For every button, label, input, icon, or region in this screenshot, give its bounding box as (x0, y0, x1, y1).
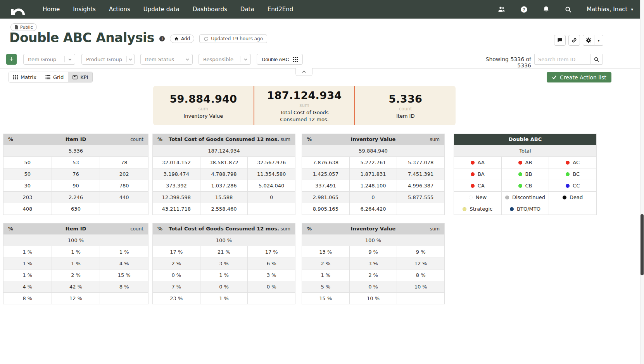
table-cell[interactable]: 6 % (247, 258, 295, 269)
table-cell[interactable]: 32.567.976 (247, 157, 295, 168)
table-cell[interactable]: 13 % (302, 246, 349, 258)
table-cell[interactable]: 2 % (302, 258, 349, 269)
table-cell[interactable]: 1.425.057 (302, 168, 349, 180)
info-icon[interactable]: i (159, 36, 165, 41)
collapse-panel-button[interactable] (295, 68, 313, 76)
table-cell[interactable]: 5.377.078 (397, 157, 444, 168)
table-cell[interactable]: 1.871.831 (349, 168, 397, 180)
legend-cell[interactable]: AA (454, 157, 501, 168)
table-cell[interactable]: 337.491 (302, 180, 349, 191)
nav-item-data[interactable]: Data (240, 6, 254, 13)
table-cell[interactable]: 9 % (397, 246, 444, 258)
table-cell[interactable]: 1 % (52, 246, 100, 258)
filter-item-group[interactable]: Item Group (23, 54, 75, 65)
column-header-percent[interactable]: % (157, 223, 162, 234)
nav-item-insights[interactable]: Insights (73, 6, 96, 13)
legend-cell[interactable]: AC (549, 157, 596, 168)
column-header-title[interactable]: Item ID (66, 136, 86, 142)
table-cell[interactable]: 2.246 (52, 192, 100, 203)
double-abc-selector[interactable]: Double ABC (257, 54, 303, 65)
table-cell[interactable]: 23 % (153, 293, 200, 304)
table-cell[interactable]: 12 % (52, 293, 100, 304)
table-cell[interactable]: 2 % (52, 270, 100, 281)
column-header-title[interactable]: Inventory Value (351, 136, 396, 142)
table-cell[interactable]: 43.211.718 (153, 203, 200, 215)
comments-button[interactable] (554, 35, 566, 46)
table-cell[interactable]: 15 % (100, 270, 148, 281)
table-cell[interactable]: 0 % (349, 281, 397, 292)
legend-cell[interactable]: BTO/MTO (501, 203, 549, 215)
table-cell[interactable]: 6.264.420 (349, 203, 397, 215)
users-button[interactable] (497, 5, 506, 13)
table-cell[interactable]: 1.248.100 (349, 180, 397, 191)
table-cell[interactable]: 3 % (349, 258, 397, 269)
table-cell[interactable]: 11.354.580 (247, 168, 295, 180)
table-cell[interactable]: 1 % (3, 258, 52, 269)
table-cell[interactable]: 7 % (153, 281, 200, 292)
scrollbar-thumb[interactable] (641, 214, 644, 275)
table-cell[interactable]: 17 % (153, 246, 200, 258)
nav-item-home[interactable]: Home (43, 6, 60, 13)
table-cell[interactable]: 1 % (200, 270, 248, 281)
add-filter-button[interactable]: + (6, 54, 17, 65)
search-submit-button[interactable] (590, 54, 603, 65)
table-cell[interactable]: 76 (52, 168, 100, 180)
legend-cell[interactable]: BC (549, 168, 596, 180)
legend-cell[interactable]: CA (454, 180, 501, 191)
nav-item-update-data[interactable]: Update data (143, 6, 180, 13)
column-header-title[interactable]: Inventory Value (351, 226, 396, 232)
column-header-percent[interactable]: % (307, 134, 312, 145)
column-header-title[interactable]: Total Cost of Goods Consumed 12 mos. (169, 136, 279, 142)
column-header-percent[interactable]: % (307, 223, 312, 234)
table-cell[interactable]: 2 % (349, 270, 397, 281)
legend-cell[interactable]: Dead (549, 192, 596, 203)
search-button-nav[interactable] (565, 6, 572, 13)
column-header-percent[interactable]: % (8, 223, 13, 234)
table-cell[interactable]: 2.558.460 (200, 203, 248, 215)
settings-dropdown-button[interactable]: ▾ (594, 35, 603, 46)
tab-grid[interactable]: Grid (41, 72, 68, 82)
legend-cell[interactable]: Discontinued (501, 192, 549, 203)
table-cell[interactable]: 1 % (3, 270, 52, 281)
chevron-down-icon[interactable] (240, 57, 250, 62)
nav-item-end2end[interactable]: End2End (268, 6, 294, 13)
help-button[interactable]: ? (520, 6, 528, 13)
table-cell[interactable]: 7.451.391 (397, 168, 444, 180)
table-cell[interactable]: 5.877.555 (397, 192, 444, 203)
table-cell[interactable]: 3 % (200, 258, 248, 269)
column-header-title[interactable]: Total Cost of Goods Consumed 12 mos. (169, 226, 279, 232)
table-cell[interactable]: 0 % (153, 270, 200, 281)
table-cell[interactable]: 90 (52, 180, 100, 191)
table-cell[interactable]: 12.398.598 (153, 192, 200, 203)
table-cell[interactable]: 203 (3, 192, 52, 203)
table-cell[interactable]: 4 % (100, 258, 148, 269)
legend-cell[interactable]: Strategic (454, 203, 501, 215)
table-cell[interactable]: 0 (247, 192, 295, 203)
table-cell[interactable]: 0 (349, 192, 397, 203)
table-cell[interactable]: 5.024.040 (247, 180, 295, 191)
table-cell[interactable]: 50 (3, 157, 52, 168)
table-cell[interactable]: 10 % (349, 293, 397, 304)
add-button[interactable]: Add (170, 34, 194, 43)
table-cell[interactable]: 1 % (52, 258, 100, 269)
chevron-down-icon[interactable] (65, 57, 75, 62)
table-cell[interactable]: 1 % (100, 246, 148, 258)
table-cell[interactable]: 42 % (52, 281, 100, 292)
table-cell[interactable]: 2.981.065 (302, 192, 349, 203)
chevron-down-icon[interactable] (182, 57, 192, 62)
table-cell[interactable]: 9 % (349, 246, 397, 258)
table-cell[interactable]: 10 % (397, 281, 444, 292)
table-cell[interactable]: 0 % (247, 281, 295, 292)
table-cell[interactable]: 32.014.152 (153, 157, 200, 168)
table-cell[interactable]: 1 % (200, 293, 248, 304)
table-cell[interactable]: 8 % (397, 270, 444, 281)
table-cell[interactable]: 630 (52, 203, 100, 215)
table-cell[interactable]: 4.996.387 (397, 180, 444, 191)
table-cell[interactable]: 12 % (397, 258, 444, 269)
table-cell[interactable]: 17 % (247, 246, 295, 258)
tab-kpi[interactable]: KPI (68, 72, 92, 82)
legend-cell[interactable]: AB (501, 157, 549, 168)
table-cell[interactable]: 1 % (3, 246, 52, 258)
table-cell[interactable]: 5.272.761 (349, 157, 397, 168)
column-header-percent[interactable]: % (8, 134, 13, 145)
